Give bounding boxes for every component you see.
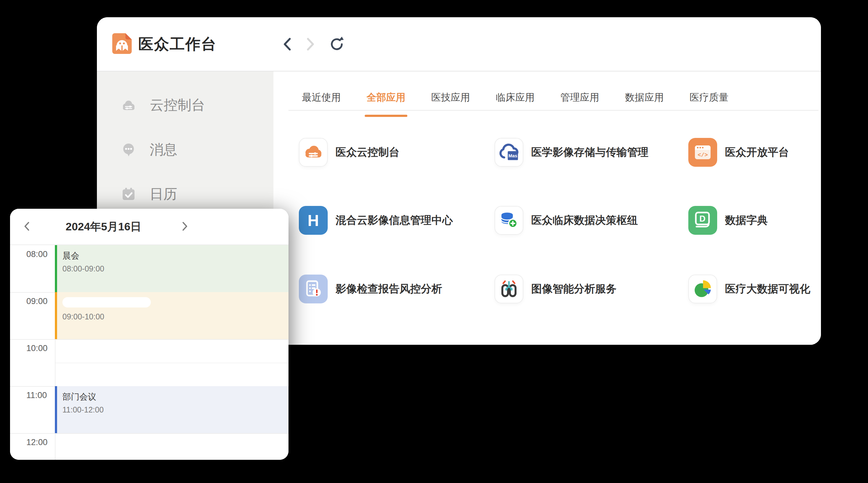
hour-gridline (10, 339, 288, 340)
data-dictionary-icon: D (688, 206, 717, 235)
hybrid-h-icon: H (299, 206, 328, 235)
calendar-event-redacted[interactable]: 09:00-10:00 (55, 292, 288, 339)
sidebar-item-label: 云控制台 (150, 96, 205, 115)
time-label: 11:00 (26, 390, 47, 400)
refresh-button[interactable] (329, 36, 345, 52)
chevron-left-icon (23, 221, 30, 231)
time-label: 08:00 (26, 250, 48, 259)
cloud-console-icon (299, 138, 328, 167)
event-color-bar (55, 292, 57, 339)
svg-text:</>: </> (698, 152, 708, 158)
app-name: 医众临床数据决策枢纽 (531, 213, 638, 228)
forward-button[interactable] (306, 37, 315, 52)
message-bubble-icon (121, 142, 136, 157)
svg-text:D: D (699, 214, 706, 223)
time-label: 09:00 (26, 296, 48, 306)
tabs-divider (288, 110, 818, 110)
app-image-ai-analysis[interactable]: 图像智能分析服务 (495, 275, 617, 303)
calendar-event-morning-meeting[interactable]: 晨会 08:00-09:00 (55, 245, 288, 292)
chevron-right-icon (182, 221, 188, 231)
calendar-prev-day-button[interactable] (23, 221, 30, 231)
content-area: 最近使用 全部应用 医技应用 临床应用 管理应用 数据应用 医疗质量 (274, 71, 821, 345)
svg-text:H: H (308, 212, 319, 229)
event-color-bar (55, 245, 57, 292)
app-logo-icon (112, 33, 132, 54)
app-category-tabs: 最近使用 全部应用 医技应用 临床应用 管理应用 数据应用 医疗质量 (274, 71, 821, 110)
tab-management-apps[interactable]: 管理应用 (560, 65, 599, 117)
app-name: 医疗大数据可视化 (725, 282, 810, 296)
app-name: 医众开放平台 (725, 145, 789, 160)
pie-chart-icon (688, 275, 717, 303)
app-name: 影像检查报告风控分析 (336, 282, 442, 296)
app-name: 图像智能分析服务 (531, 282, 617, 296)
tab-medical-quality[interactable]: 医疗质量 (689, 65, 728, 117)
sidebar-item-cloud-console[interactable]: 云控制台 (97, 89, 274, 121)
calendar-check-icon (121, 187, 136, 201)
hour-gridline (10, 433, 288, 434)
event-title: 部门会议 (62, 391, 288, 402)
chevron-left-icon (283, 37, 292, 52)
tab-clinical-apps[interactable]: 临床应用 (496, 65, 535, 117)
refresh-icon (329, 36, 345, 52)
app-cloud-console[interactable]: 医众云控制台 (299, 138, 400, 167)
sidebar-item-calendar[interactable]: 日历 (97, 178, 274, 210)
app-imaging-storage-transfer[interactable]: Mas 医学影像存储与传输管理 (495, 138, 649, 167)
tab-medtech-apps[interactable]: 医技应用 (431, 65, 470, 117)
tab-all-apps[interactable]: 全部应用 (367, 65, 405, 117)
app-name: 数据字典 (725, 213, 768, 228)
cloud-console-gray-icon (121, 98, 136, 112)
app-hybrid-cloud-imaging-center[interactable]: H 混合云影像信息管理中心 (299, 206, 453, 235)
chevron-right-icon (306, 37, 315, 52)
svg-text:Mas: Mas (508, 153, 517, 158)
calendar-date: 2024年5月16日 (50, 209, 157, 245)
event-time: 09:00-10:00 (62, 312, 288, 321)
event-title: 晨会 (62, 250, 288, 261)
mas-cloud-icon: Mas (495, 138, 523, 167)
window-header: 医众工作台 (97, 17, 821, 71)
app-open-platform[interactable]: </> 医众开放平台 (688, 138, 789, 167)
app-report-risk-analysis[interactable]: 影像检查报告风控分析 (299, 275, 442, 303)
app-name: 医众云控制台 (336, 145, 400, 160)
lungs-ai-icon (495, 275, 523, 303)
tab-recent[interactable]: 最近使用 (302, 65, 341, 117)
app-name: 混合云影像信息管理中心 (336, 213, 453, 228)
app-big-data-visualization[interactable]: 医疗大数据可视化 (688, 275, 810, 303)
app-clinical-data-hub[interactable]: 医众临床数据决策枢纽 (495, 206, 638, 235)
event-color-bar (55, 386, 57, 433)
time-label: 12:00 (26, 438, 48, 447)
calendar-event-department-meeting[interactable]: 部门会议 11:00-12:00 (55, 386, 288, 433)
calendar-day-grid: 08:00 09:00 10:00 11:00 12:00 晨会 08:00-0… (10, 245, 288, 460)
app-name: 医学影像存储与传输管理 (531, 145, 649, 160)
calendar-next-day-button[interactable] (182, 221, 188, 231)
app-data-dictionary[interactable]: D 数据字典 (688, 206, 768, 235)
half-hour-gridline (56, 363, 288, 363)
tab-data-apps[interactable]: 数据应用 (625, 65, 664, 117)
clinical-data-hub-icon (495, 206, 523, 235)
event-title-redacted-pill (62, 297, 151, 308)
event-time: 08:00-09:00 (62, 264, 288, 273)
open-platform-icon: </> (688, 138, 717, 167)
calendar-header: 2024年5月16日 (10, 209, 288, 245)
sidebar-item-label: 日历 (150, 185, 177, 203)
report-risk-icon (299, 275, 328, 303)
app-title: 医众工作台 (138, 17, 217, 71)
sidebar-item-label: 消息 (150, 140, 177, 159)
sidebar-item-messages[interactable]: 消息 (97, 134, 274, 165)
time-label: 10:00 (26, 344, 48, 353)
browser-nav (283, 17, 345, 71)
event-time: 11:00-12:00 (62, 405, 288, 414)
calendar-panel: 2024年5月16日 08:00 09:00 10:00 11:00 12:00… (10, 209, 288, 460)
back-button[interactable] (283, 37, 292, 52)
